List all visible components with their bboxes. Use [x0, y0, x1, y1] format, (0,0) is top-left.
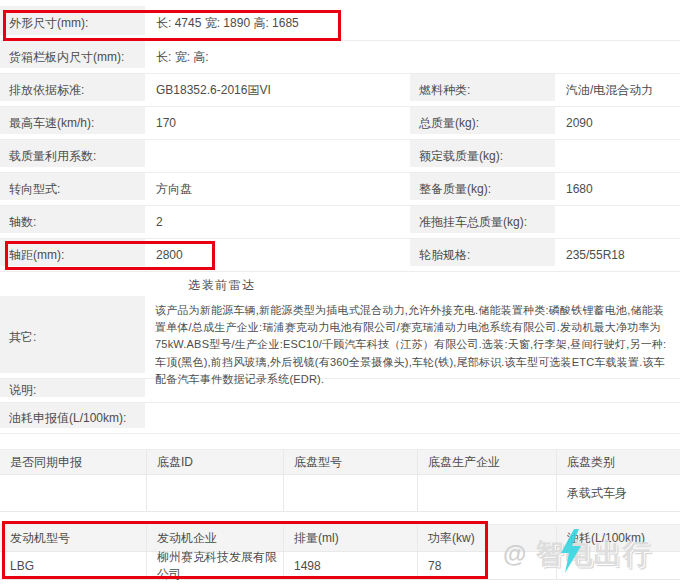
detail-row-fuel-declared: 油耗申报值(L/100km):	[0, 403, 680, 434]
spec-value	[555, 140, 680, 172]
spec-label: 轴数:	[0, 206, 145, 238]
option-note: 选装前雷达	[142, 277, 302, 294]
spec-row-load-factor: 载质量利用系数: 额定载质量(kg):	[0, 140, 680, 173]
chassis-header-cell: 底盘类别	[557, 450, 680, 475]
spec-value: 1680	[555, 173, 680, 205]
spec-value	[145, 140, 410, 172]
spec-value: 长: 4745 宽: 1890 高: 1685	[145, 6, 410, 40]
spec-label: 整备质量(kg):	[410, 173, 555, 205]
spec-value: 2090	[555, 107, 680, 139]
chassis-table: 是否同期申报 底盘ID 底盘型号 底盘生产企业 底盘类别 承载式车身	[0, 449, 680, 512]
spec-value: 170	[145, 107, 410, 139]
spec-value: 2800	[145, 239, 410, 271]
spec-value: 长: 宽: 高:	[145, 41, 410, 73]
spec-label: 额定载质量(kg):	[410, 140, 555, 172]
spec-row-wheelbase: 轴距(mm): 2800 轮胎规格: 235/55R18	[0, 239, 680, 272]
spec-value: 方向盘	[145, 173, 410, 205]
chassis-header-cell: 底盘生产企业	[418, 450, 557, 475]
spec-label	[410, 41, 555, 73]
spec-row-max-speed: 最高车速(km/h): 170 总质量(kg): 2090	[0, 107, 680, 140]
spec-label: 总质量(kg):	[410, 107, 555, 139]
spec-value: 汽油/电混合动力	[555, 74, 680, 106]
detail-row-remarks: 说明:	[0, 379, 680, 403]
detail-table: 其它: 该产品为新能源车辆,新能源类型为插电式混合动力,允许外接充电.储能装置种…	[0, 296, 680, 434]
chassis-header-cell: 是否同期申报	[0, 450, 147, 475]
spec-table: 外形尺寸(mm): 长: 4745 宽: 1890 高: 1685 货箱栏板内尺…	[0, 6, 680, 272]
spec-label: 载质量利用系数:	[0, 140, 145, 172]
chassis-cell	[418, 475, 557, 512]
chassis-header-cell: 底盘型号	[284, 450, 418, 475]
spec-value	[555, 6, 680, 40]
spec-label: 转向型式:	[0, 173, 145, 205]
watermark-text: 智电出行	[535, 535, 651, 573]
detail-label: 油耗申报值(L/100km):	[0, 403, 145, 433]
spec-label: 外形尺寸(mm):	[0, 6, 145, 40]
chassis-cell	[0, 475, 147, 512]
spec-value: 235/55R18	[555, 239, 680, 271]
spec-label: 最高车速(km/h):	[0, 107, 145, 139]
spec-label: 准拖挂车总质量(kg):	[410, 206, 555, 238]
watermark: @ 智电出行	[503, 535, 651, 573]
spec-value: 2	[145, 206, 410, 238]
detail-label: 其它:	[0, 296, 145, 378]
detail-label: 说明:	[0, 379, 145, 402]
spec-label: 排放依据标准:	[0, 74, 145, 106]
spec-value	[555, 206, 680, 238]
detail-value	[145, 379, 680, 402]
spec-label	[410, 6, 555, 40]
chassis-cell	[284, 475, 418, 512]
engine-header-cell: 发动机型号	[0, 525, 147, 552]
detail-row-other: 其它: 该产品为新能源车辆,新能源类型为插电式混合动力,允许外接充电.储能装置种…	[0, 296, 680, 379]
chassis-header-cell: 底盘ID	[147, 450, 284, 475]
spec-value: GB18352.6-2016国VI	[145, 74, 410, 106]
lightning-bolt-icon	[560, 529, 582, 573]
spec-label: 燃料种类:	[410, 74, 555, 106]
engine-cell: LBG	[0, 552, 147, 580]
chassis-cell: 承载式车身	[557, 475, 680, 512]
watermark-at-sign: @	[503, 540, 526, 568]
spec-label: 轮胎规格:	[410, 239, 555, 271]
engine-cell: 柳州赛克科技发展有限公司	[147, 552, 284, 580]
engine-cell: 1498	[284, 552, 418, 580]
spec-label: 货箱栏板内尺寸(mm):	[0, 41, 145, 73]
chassis-header-row: 是否同期申报 底盘ID 底盘型号 底盘生产企业 底盘类别	[0, 449, 680, 475]
chassis-data-row: 承载式车身	[0, 475, 680, 512]
spec-value	[555, 41, 680, 73]
spec-row-axles: 轴数: 2 准拖挂车总质量(kg):	[0, 206, 680, 239]
spec-label: 轴距(mm):	[0, 239, 145, 271]
spec-row-steering: 转向型式: 方向盘 整备质量(kg): 1680	[0, 173, 680, 206]
spec-row-emission: 排放依据标准: GB18352.6-2016国VI 燃料种类: 汽油/电混合动力	[0, 74, 680, 107]
engine-header-cell: 排量(ml)	[284, 525, 418, 552]
detail-value	[145, 403, 680, 433]
chassis-cell	[147, 475, 284, 512]
detail-value: 该产品为新能源车辆,新能源类型为插电式混合动力,允许外接充电.储能装置种类:磷酸…	[145, 296, 680, 378]
spec-row-dimensions: 外形尺寸(mm): 长: 4745 宽: 1890 高: 1685	[0, 6, 680, 41]
spec-row-cargo-box: 货箱栏板内尺寸(mm): 长: 宽: 高:	[0, 41, 680, 74]
